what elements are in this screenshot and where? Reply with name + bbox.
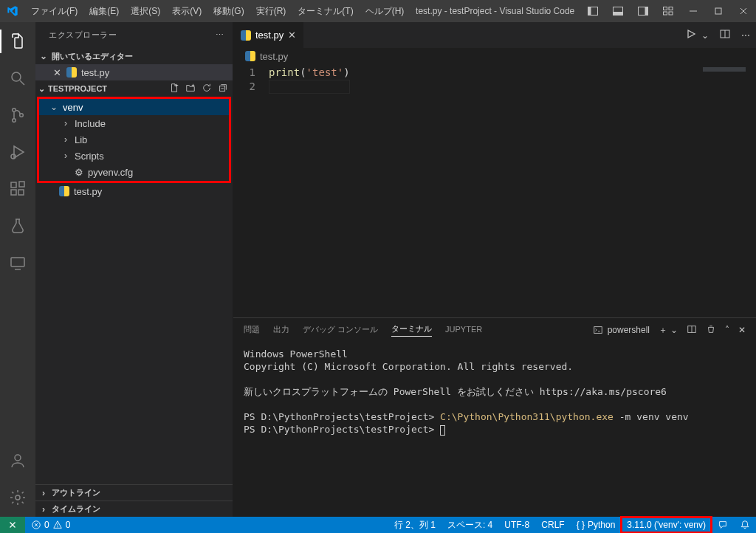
minimap[interactable] [701,64,746,317]
warning-icon [52,520,63,530]
open-editor-item[interactable]: ✕ test.py [35,64,233,80]
tab-label: test.py [255,30,284,41]
chevron-down-icon: ⌄ [49,102,58,112]
status-python-interpreter[interactable]: 3.11.0 ('venv': venv) [621,517,712,533]
activity-search-icon[interactable] [0,63,35,93]
activity-settings-icon[interactable] [0,483,35,512]
tree-label: test.py [74,186,102,197]
svg-rect-21 [11,182,16,188]
config-file-icon [75,167,83,178]
kill-terminal-icon[interactable] [706,324,716,337]
collapse-all-icon[interactable] [218,83,228,95]
status-indent[interactable]: スペース: 4 [441,517,498,533]
feedback-icon [718,520,728,530]
refresh-icon[interactable] [202,83,212,95]
window-maximize-button[interactable] [706,0,731,22]
code-line-current[interactable] [269,80,350,94]
new-terminal-icon[interactable]: ＋ [659,324,667,337]
tree-file-testpy[interactable]: test.py [35,183,233,199]
split-terminal-icon[interactable] [687,324,697,337]
activity-explorer-icon[interactable] [0,27,35,56]
status-feedback-icon[interactable] [712,517,734,533]
activity-testing-icon[interactable] [0,211,35,241]
split-editor-icon[interactable] [719,28,731,42]
menu-go[interactable]: 移動(G) [207,0,250,22]
status-remote-button[interactable] [0,517,25,533]
activity-remote-icon[interactable] [0,248,35,278]
menu-help[interactable]: ヘルプ(H) [360,0,410,22]
tab-close-icon[interactable]: ✕ [288,30,296,41]
customize-layout-icon[interactable] [656,0,681,22]
close-icon[interactable]: ✕ [52,67,62,78]
outline-label: アウトライン [52,487,100,498]
toggle-primary-sidebar-icon[interactable] [580,0,605,22]
status-eol[interactable]: CRLF [535,517,570,533]
tree-folder-include[interactable]: Include [39,115,229,131]
svg-point-14 [12,72,21,81]
breadcrumb-item[interactable]: test.py [260,51,288,62]
code-editor[interactable]: 1 2 print('test') [233,64,756,317]
tree-folder-lib[interactable]: Lib [39,131,229,148]
editor-actions: ⌄ ⋯ [679,22,756,48]
status-problems[interactable]: 0 0 [25,517,76,533]
toggle-panel-icon[interactable] [605,0,630,22]
terminal-body[interactable]: Windows PowerShell Copyright (C) Microso… [233,342,756,517]
panel-tab-terminal[interactable]: ターミナル [391,323,432,337]
window-minimize-button[interactable] [681,0,706,22]
menu-view[interactable]: 表示(V) [166,0,207,22]
activity-extensions-icon[interactable] [0,174,35,204]
panel-close-icon[interactable]: ✕ [738,325,746,335]
editor-more-icon[interactable]: ⋯ [741,30,750,41]
terminal-line: PS D:\PythonProjects\testProject> [244,423,746,436]
activity-source-control-icon[interactable] [0,100,35,130]
svg-point-28 [16,495,20,500]
menu-file[interactable]: ファイル(F) [25,0,83,22]
window-close-button[interactable] [731,0,756,22]
terminal-line: Copyright (C) Microsoft Corporation. All… [244,360,746,373]
svg-rect-24 [19,182,24,187]
status-notifications-icon[interactable] [734,517,756,533]
svg-rect-8 [664,12,667,15]
menu-run[interactable]: 実行(R) [250,0,292,22]
panel-maximize-icon[interactable]: ˄ [725,325,729,335]
menu-edit[interactable]: 編集(E) [83,0,125,22]
tree-folder-venv[interactable]: ⌄ venv [39,99,229,115]
panel-tab-jupyter[interactable]: JUPYTER [445,325,482,335]
code-line[interactable]: print('test') [269,66,350,80]
terminal-cursor [440,425,445,436]
new-file-icon[interactable] [169,83,179,95]
run-dropdown-icon[interactable]: ⌄ [701,30,709,41]
vscode-logo [0,5,25,17]
tree-file-pyvenv[interactable]: pyvenv.cfg [39,164,229,180]
toggle-secondary-sidebar-icon[interactable] [630,0,656,22]
open-editor-filename: test.py [81,67,109,78]
explorer-more-icon[interactable]: ⋯ [216,30,224,40]
open-editors-section[interactable]: ⌄ 開いているエディター [35,48,233,64]
status-language-mode[interactable]: { } Python [571,517,622,533]
menu-terminal[interactable]: ターミナル(T) [292,0,359,22]
editor-tab-testpy[interactable]: test.py ✕ [233,22,304,48]
run-icon[interactable] [685,28,697,42]
folder-section[interactable]: ⌄ TESTPROJECT [35,80,233,97]
python-file-icon [241,30,251,41]
status-line-col[interactable]: 行 2、列 1 [388,517,441,533]
activity-run-debug-icon[interactable] [0,137,35,167]
main-menu: ファイル(F) 編集(E) 選択(S) 表示(V) 移動(G) 実行(R) ター… [25,0,410,22]
timeline-section[interactable]: タイムライン [35,501,233,517]
terminal-line: PS D:\PythonProjects\testProject> C:\Pyt… [244,410,746,423]
terminal-line: 新しいクロスプラットフォームの PowerShell をお試しください http… [244,385,746,398]
status-encoding[interactable]: UTF-8 [498,517,535,533]
panel-tab-debug[interactable]: デバッグ コンソール [303,324,378,337]
new-terminal-dropdown-icon[interactable]: ⌄ [670,325,678,335]
code-lines[interactable]: print('test') [269,64,350,317]
outline-section[interactable]: アウトライン [35,484,233,501]
panel-tab-output[interactable]: 出力 [273,324,289,337]
breadcrumbs[interactable]: test.py [233,48,756,64]
bell-icon [740,520,750,530]
terminal-shell-selector[interactable]: powershell [593,325,650,335]
panel-tab-problems[interactable]: 問題 [244,324,260,337]
tree-folder-scripts[interactable]: Scripts [39,148,229,164]
menu-selection[interactable]: 選択(S) [125,0,166,22]
activity-accounts-icon[interactable] [0,446,35,475]
new-folder-icon[interactable] [185,83,196,95]
